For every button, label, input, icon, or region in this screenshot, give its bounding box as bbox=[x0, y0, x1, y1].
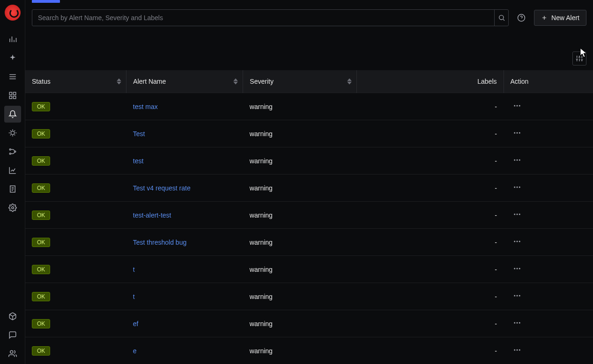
alert-name-link[interactable]: Test bbox=[133, 130, 145, 138]
chat-icon bbox=[8, 331, 17, 339]
alert-name-link[interactable]: e bbox=[133, 347, 137, 355]
new-alert-button[interactable]: New Alert bbox=[534, 10, 586, 26]
col-header-severity-label: Severity bbox=[250, 78, 274, 85]
table-row: OK e warning - bbox=[25, 337, 593, 364]
nav-metrics[interactable] bbox=[4, 31, 21, 48]
col-header-alert-name[interactable]: Alert Name bbox=[126, 70, 243, 93]
svg-point-20 bbox=[517, 160, 518, 161]
status-badge: OK bbox=[32, 346, 50, 356]
svg-point-27 bbox=[519, 214, 520, 215]
svg-point-25 bbox=[514, 214, 515, 215]
table-row: OK test warning - bbox=[25, 147, 593, 175]
nav-exceptions[interactable] bbox=[4, 124, 21, 141]
svg-point-28 bbox=[514, 241, 515, 242]
column-settings-button[interactable] bbox=[572, 51, 586, 66]
svg-point-22 bbox=[514, 187, 515, 188]
bell-icon bbox=[8, 110, 17, 118]
row-actions-button[interactable] bbox=[513, 237, 521, 246]
svg-point-9 bbox=[11, 207, 14, 209]
svg-point-36 bbox=[519, 295, 520, 297]
alert-name-link[interactable]: Test threshold bug bbox=[133, 239, 186, 246]
row-actions-button[interactable] bbox=[513, 156, 521, 164]
svg-point-26 bbox=[517, 214, 518, 215]
severity-cell: warning bbox=[243, 310, 357, 337]
nav-explore[interactable] bbox=[4, 50, 21, 66]
help-icon bbox=[517, 14, 526, 22]
compass-icon bbox=[8, 54, 17, 62]
svg-point-40 bbox=[514, 349, 515, 351]
svg-rect-3 bbox=[13, 96, 15, 99]
svg-point-33 bbox=[519, 268, 520, 269]
svg-point-32 bbox=[517, 268, 518, 269]
new-alert-label: New Alert bbox=[551, 14, 579, 22]
svg-point-24 bbox=[519, 187, 520, 188]
labels-cell: - bbox=[357, 283, 504, 310]
svg-point-17 bbox=[517, 132, 518, 134]
nav-pipelines[interactable] bbox=[4, 143, 21, 160]
svg-point-41 bbox=[517, 349, 518, 351]
search-button[interactable] bbox=[494, 10, 508, 26]
status-badge: OK bbox=[32, 183, 50, 193]
row-actions-button[interactable] bbox=[513, 129, 521, 137]
row-actions-button[interactable] bbox=[513, 183, 521, 191]
nav-usage[interactable] bbox=[4, 162, 21, 179]
row-actions-button[interactable] bbox=[513, 319, 521, 327]
alert-name-link[interactable]: t bbox=[133, 293, 135, 300]
labels-cell: - bbox=[357, 310, 504, 337]
alert-name-link[interactable]: ef bbox=[133, 320, 139, 328]
table-row: OK test max warning - bbox=[25, 93, 593, 120]
gear-icon bbox=[8, 204, 17, 212]
row-actions-button[interactable] bbox=[513, 264, 521, 273]
row-actions-button[interactable] bbox=[513, 346, 521, 354]
receipt-icon bbox=[8, 185, 17, 193]
status-badge: OK bbox=[32, 156, 50, 166]
nav-feedback[interactable] bbox=[4, 327, 21, 343]
nav-billing[interactable] bbox=[4, 181, 21, 197]
main: New Alert Status Al bbox=[25, 0, 593, 364]
more-horizontal-icon bbox=[513, 156, 521, 164]
nav-settings[interactable] bbox=[4, 199, 21, 216]
labels-cell: - bbox=[357, 93, 504, 120]
nav-alerts[interactable] bbox=[4, 106, 21, 123]
col-header-severity[interactable]: Severity bbox=[243, 70, 357, 93]
nav-integrations[interactable] bbox=[4, 308, 21, 325]
more-horizontal-icon bbox=[513, 210, 521, 218]
severity-cell: warning bbox=[243, 120, 357, 147]
alert-name-link[interactable]: test-alert-test bbox=[133, 211, 171, 219]
severity-cell: warning bbox=[243, 93, 357, 120]
nav-logs[interactable] bbox=[4, 68, 21, 85]
row-actions-button[interactable] bbox=[513, 102, 521, 110]
search-input[interactable] bbox=[32, 10, 494, 26]
row-actions-button[interactable] bbox=[513, 210, 521, 218]
search-wrap bbox=[32, 9, 509, 26]
col-header-action: Action bbox=[504, 70, 593, 93]
help-button[interactable] bbox=[514, 11, 528, 25]
labels-cell: - bbox=[357, 147, 504, 175]
table-row: OK Test threshold bug warning - bbox=[25, 229, 593, 256]
col-header-action-label: Action bbox=[511, 78, 529, 85]
col-header-status[interactable]: Status bbox=[25, 70, 126, 93]
svg-point-42 bbox=[519, 349, 520, 351]
status-badge: OK bbox=[32, 292, 50, 301]
more-horizontal-icon bbox=[513, 102, 521, 110]
col-header-status-label: Status bbox=[32, 78, 51, 85]
table-row: OK t warning - bbox=[25, 256, 593, 283]
svg-point-15 bbox=[519, 105, 520, 107]
sliders-icon bbox=[576, 55, 583, 62]
more-horizontal-icon bbox=[513, 264, 521, 273]
nav-dashboards[interactable] bbox=[4, 87, 21, 104]
alert-name-link[interactable]: test bbox=[133, 157, 144, 165]
alert-name-link[interactable]: t bbox=[133, 266, 135, 273]
nav-invite[interactable] bbox=[4, 345, 21, 362]
svg-point-21 bbox=[519, 160, 520, 161]
labels-cell: - bbox=[357, 120, 504, 147]
more-horizontal-icon bbox=[513, 183, 521, 191]
row-actions-button[interactable] bbox=[513, 291, 521, 300]
alert-name-link[interactable]: Test v4 request rate bbox=[133, 184, 191, 192]
more-horizontal-icon bbox=[513, 237, 521, 246]
severity-cell: warning bbox=[243, 283, 357, 310]
status-badge: OK bbox=[32, 319, 50, 328]
app-logo[interactable] bbox=[5, 5, 21, 21]
status-badge: OK bbox=[32, 265, 50, 274]
alert-name-link[interactable]: test max bbox=[133, 103, 158, 110]
